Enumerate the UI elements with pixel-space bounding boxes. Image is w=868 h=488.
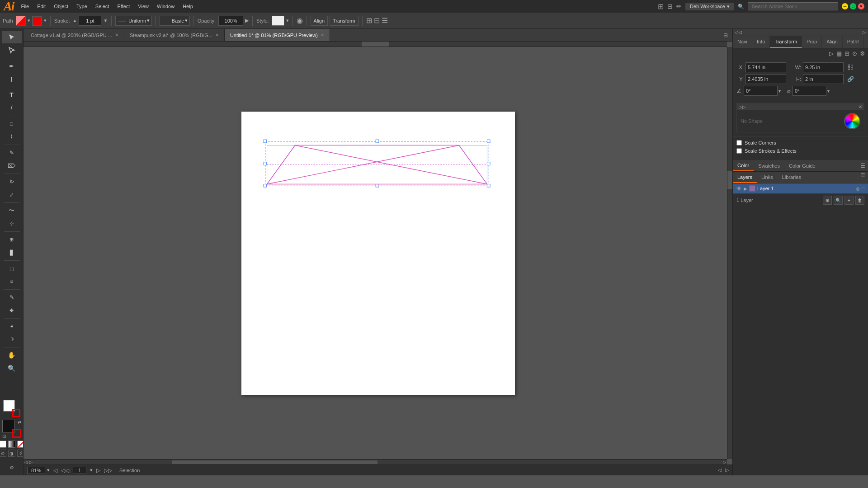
menu-item-view[interactable]: View [134,3,152,10]
nav-last-icon[interactable]: ▷▷ [104,467,112,474]
curvature-tool[interactable]: ∫ [2,73,22,85]
collapse-left-icon[interactable]: ◁◁ [735,30,742,35]
new-layer-from-selection-btn[interactable]: ⊞ [823,196,832,205]
menu-item-object[interactable]: Object [50,3,72,10]
tab-close-cottage[interactable]: ✕ [115,33,118,38]
nav-prev-icon[interactable]: ◁ [53,467,57,474]
panel-list-icon[interactable]: ▤ [836,50,842,57]
default-colors-icon[interactable]: ⊡ [2,434,6,439]
tab-links[interactable]: Links [757,172,778,183]
artboard-prev-icon[interactable]: ◁ [718,467,722,473]
warp-tool[interactable]: 〜 [2,204,22,217]
tab-swatches[interactable]: Swatches [754,161,784,171]
zoom-input[interactable] [27,467,45,474]
x-input[interactable]: 5.744 in [745,62,786,72]
selection-tool[interactable] [2,31,22,43]
menu-item-window[interactable]: Window [153,3,178,10]
no-shape-close-icon[interactable]: ✕ [859,104,862,109]
scroll-thumb[interactable] [172,460,378,464]
style-chevron-icon[interactable]: ▾ [286,18,289,23]
arrange-icons[interactable]: ⊞ [366,16,372,25]
measure-tool[interactable]: ✥ [2,304,22,317]
color-mode-btn[interactable] [0,441,6,448]
panel-nav-icon[interactable]: ▷ [829,50,834,57]
stroke-up-icon[interactable]: ▲ [73,18,77,23]
tab-cottage[interactable]: Cottage v1.ai @ 200% (RGB/GPU ... ✕ [25,29,124,41]
direct-selection-tool[interactable] [2,44,22,56]
tab-layers[interactable]: Layers [733,172,757,183]
layer-expand-icon[interactable]: ▶ [744,186,747,191]
minimize-button[interactable]: ─ [842,3,848,9]
tab-color[interactable]: Color [733,160,754,171]
color-panel-menu-icon[interactable]: ☰ [858,163,868,169]
large-stroke-swatch[interactable] [12,429,21,438]
stroke-type-dropdown[interactable]: — Uniform ▾ [115,16,152,26]
arrange-icon[interactable]: ⊟ [667,3,673,10]
transform-button[interactable]: Transform [330,16,359,26]
opacity-arrow[interactable]: ▶ [245,18,249,23]
scroll-prev-icon[interactable]: ◁ [24,460,28,465]
tab-untitled[interactable]: Untitled-1* @ 81% (RGB/GPU Preview) ✕ [225,29,330,41]
shear-dropdown-icon[interactable]: ▾ [827,89,830,94]
artboard-next-icon[interactable]: ▷ [725,467,729,473]
scroll-next-icon[interactable]: ▷ [28,460,33,465]
panel-more-icon[interactable]: ⊙ [852,50,857,57]
scale-strokes-checkbox[interactable] [736,148,742,154]
layer-visibility-icon[interactable]: 👁 [736,185,742,192]
tab-close-steampunk[interactable]: ✕ [215,33,219,38]
zoom-tool[interactable]: 🔍 [2,362,22,375]
paintbrush-tool[interactable]: ⌇ [2,131,22,143]
eyedropper-tool[interactable]: ✎ [2,291,22,304]
zoom-dropdown-icon[interactable]: ▾ [47,467,50,473]
stroke-input[interactable]: 1 pt [79,16,101,26]
column-graph-tool[interactable]: ▊ [2,246,22,259]
line-tool[interactable]: / [2,102,22,114]
search-layers-btn[interactable]: 🔍 [834,196,843,205]
art-btn[interactable]: ☿ [17,450,24,457]
tab-color-guide[interactable]: Color Guide [784,161,820,171]
appearance-icon[interactable]: ◉ [297,16,303,25]
eraser-tool[interactable]: ⌦ [2,160,22,172]
nav-first-icon[interactable]: ◁◁ [61,467,69,474]
panel-grid-icon[interactable]: ⊞ [844,50,849,57]
shape-color-wheel[interactable] [844,113,860,129]
panel-settings-icon[interactable]: ⚙ [860,50,865,57]
stroke-swatch[interactable] [32,16,42,26]
page-number-input[interactable] [73,467,86,474]
chain-icon[interactable]: ⛓ [847,64,854,71]
tab-libraries[interactable]: Libraries [778,172,806,183]
scroll-right-thumb[interactable] [727,171,732,189]
layer-target-icon[interactable]: ◎ [856,186,860,191]
angle-input[interactable] [744,86,778,96]
fill-swatch[interactable] [16,16,26,26]
stroke-type-icon[interactable]: ▾ [44,18,47,23]
layer-row-1[interactable]: 👁 ▶ Layer 1 ◎ □ [733,183,868,193]
more-icon[interactable]: ☰ [382,16,388,25]
shape-tool[interactable]: □ [2,117,22,130]
pencil-tool[interactable]: ✎ [2,146,22,159]
angle-dropdown-icon[interactable]: ▾ [778,89,781,94]
search-input[interactable] [748,2,838,10]
rotate-tool[interactable]: ↻ [2,175,22,188]
new-layer-btn[interactable]: + [844,196,854,205]
grid-icon[interactable]: ⊞ [658,2,664,11]
lock-proportions-icon[interactable]: 🔗 [847,76,854,82]
pen-icon[interactable]: ✏ [676,3,682,10]
none-mode-btn[interactable] [17,441,24,448]
scale-corners-checkbox[interactable] [736,140,742,145]
swap-colors-icon[interactable]: ⇄ [18,420,21,425]
y-input[interactable]: 2.4035 in [745,74,786,84]
no-shape-expand-icon[interactable]: ▷▷ [739,104,746,109]
nav-next-icon[interactable]: ▷ [96,467,100,474]
shear-input[interactable] [793,86,826,96]
tab-pathf[interactable]: Pathf [843,36,864,48]
tab-close-untitled[interactable]: ✕ [321,33,324,38]
w-input[interactable]: 9.25 in [803,62,844,72]
delete-layer-btn[interactable]: 🗑 [855,196,864,205]
workspace-button[interactable]: Deb Workspace ▾ [685,3,734,10]
tab-prop[interactable]: Prop [802,36,822,48]
tab-steampunk[interactable]: Steampunk v2.ai* @ 100% (RGB/G... ✕ [124,29,225,41]
artboard-tool[interactable]: ⬚ [2,262,22,275]
menu-item-select[interactable]: Select [92,3,113,10]
menu-item-effect[interactable]: Effect [113,3,133,10]
